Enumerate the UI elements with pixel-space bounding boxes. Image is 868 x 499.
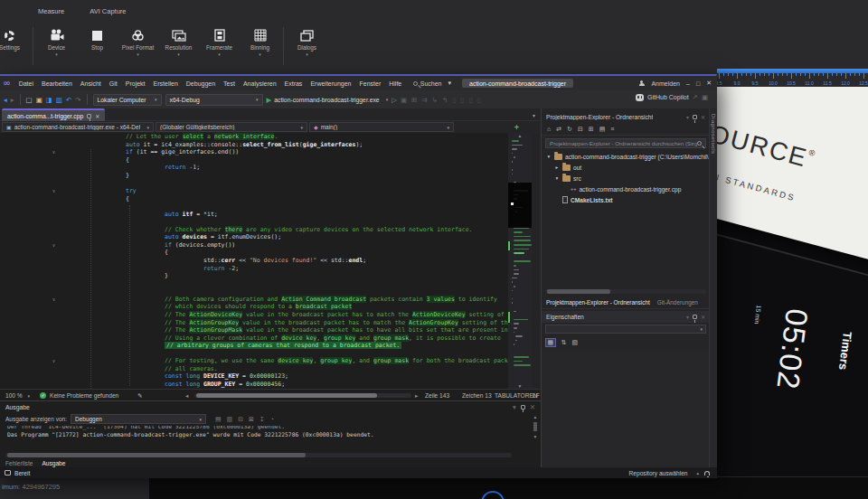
tree-item-out[interactable]: ▸out xyxy=(542,162,710,173)
fold-collapse-icon[interactable]: ∨ xyxy=(52,148,55,156)
document-tab[interactable]: action-comma...t-trigger.cpp ✕ xyxy=(2,108,105,121)
chevron-right-icon[interactable]: ▸ xyxy=(554,165,560,170)
scroll-down-icon[interactable]: ▾ xyxy=(534,434,537,439)
close-tab-icon[interactable]: ✕ xyxy=(95,113,99,119)
output-vertical-scrollbar[interactable]: ▴ ▾ xyxy=(532,414,539,450)
output-tool-icon[interactable]: ⊟ xyxy=(238,416,243,423)
minimize-button[interactable]: – xyxy=(686,80,690,87)
nav-project-combo[interactable]: ▣ action-command-broadcast-trigger.exe -… xyxy=(2,122,154,132)
redo-icon[interactable]: ↷ xyxy=(75,96,80,104)
chevron-down-icon[interactable]: ▾ xyxy=(546,154,552,159)
minimap-viewport[interactable] xyxy=(508,183,532,228)
cursor-column-indicator[interactable]: Zeichen 13 xyxy=(462,392,492,399)
vs-search-box[interactable]: Suchen ▾ xyxy=(413,80,451,87)
capture-menu-measure[interactable]: Measure xyxy=(38,7,64,15)
fold-collapse-icon[interactable]: ∨ xyxy=(52,241,55,250)
capture-settings-button[interactable]: Settings xyxy=(0,25,30,51)
eol-indicator[interactable]: LF xyxy=(533,392,540,399)
tree-item-cmakelists-txt[interactable]: CMakeLists.txt xyxy=(542,194,710,205)
chevron-down-icon[interactable]: ▾ xyxy=(686,114,689,120)
solution-explorer-header[interactable]: Projektmappen-Explorer - Ordneransicht ▾… xyxy=(542,111,710,123)
close-button[interactable]: ✕ xyxy=(706,80,712,87)
properties-tool-icon[interactable]: ▧ xyxy=(572,339,579,346)
menu-fenster[interactable]: Fenster xyxy=(355,80,385,87)
horizontal-scrollbar[interactable] xyxy=(194,393,411,398)
debug-tool-icon[interactable]: ▣ xyxy=(401,96,407,104)
share-icon[interactable]: ↗ xyxy=(693,93,698,101)
explorer-tool-icon[interactable]: ≡ xyxy=(610,126,614,132)
nav-member-combo[interactable]: ◆ main() ▾ xyxy=(309,122,454,132)
chevron-down-icon[interactable]: ▾ xyxy=(513,403,516,411)
code-editor[interactable]: // Let the user select a network interfa… xyxy=(0,133,541,389)
menu-debuggen[interactable]: Debuggen xyxy=(182,80,219,87)
explorer-tool-icon[interactable]: ⇄ xyxy=(556,126,561,133)
build-config-combo[interactable]: x64-Debug ▾ xyxy=(165,94,263,106)
output-horizontal-scrollbar[interactable] xyxy=(5,453,512,457)
capture-pixel-format-button[interactable]: Pixel Format▾ xyxy=(118,25,158,56)
new-file-icon[interactable]: ▢ xyxy=(26,96,33,104)
output-log[interactable]: Der Thread 'IC4-Device_...' (17304) hat … xyxy=(0,426,524,451)
undo-icon[interactable]: ↶ xyxy=(66,96,71,104)
scroll-up-icon[interactable]: ▴ xyxy=(508,133,532,138)
capture-device-button[interactable]: Device▾ xyxy=(36,25,77,56)
capture-dialogs-button[interactable]: Dialogs▾ xyxy=(287,25,327,56)
menu-analysieren[interactable]: Analysieren xyxy=(239,80,280,87)
output-tool-icon[interactable]: ◔ xyxy=(270,416,274,423)
indent-mode-indicator[interactable]: TABULATOREN xyxy=(495,392,538,399)
maximize-button[interactable]: □ xyxy=(696,80,700,87)
zoom-select[interactable]: 100 % ▾ xyxy=(5,392,30,399)
fold-collapse-icon[interactable]: ∨ xyxy=(52,357,55,365)
fold-collapse-icon[interactable]: ∨ xyxy=(52,187,55,195)
debug-tool-icon[interactable]: ⊞ xyxy=(411,96,417,104)
editor-scrollbar[interactable] xyxy=(532,133,541,389)
explorer-tool-icon[interactable]: ↻ xyxy=(567,126,572,133)
output-tool-icon[interactable]: ↧ xyxy=(259,416,265,423)
scroll-up-icon[interactable]: ▴ xyxy=(534,414,537,419)
explorer-tool-icon[interactable]: ⊟ xyxy=(578,126,583,133)
debug-target-combo[interactable]: Lokaler Computer ▾ xyxy=(93,94,162,106)
output-tool-icon[interactable]: ▥ xyxy=(227,416,233,423)
tab-list-chevron-icon[interactable]: ▾ xyxy=(533,112,535,118)
vs-titlebar[interactable]: ∞ DateiBearbeitenAnsichtGitProjektErstel… xyxy=(0,76,717,90)
github-copilot-button[interactable]: GitHub Copilot ↗ ▣ xyxy=(636,93,708,101)
navigate-forward-icon[interactable]: ▸ xyxy=(11,96,14,104)
explorer-tab-projektmappen-expl[interactable]: Projektmappen-Explorer - Ordneransicht xyxy=(546,299,650,306)
sign-in-button[interactable]: Anmelden xyxy=(651,80,680,87)
properties-object-combo[interactable]: ▾ xyxy=(545,325,706,334)
scrollbar-thumb[interactable] xyxy=(533,422,537,431)
scroll-left-icon[interactable]: ◂ xyxy=(185,392,188,400)
open-folder-icon[interactable]: ▣ xyxy=(36,96,42,104)
pin-icon[interactable] xyxy=(693,115,697,119)
debug-tool-icon[interactable]: ▯ xyxy=(477,96,481,104)
debug-tool-icon[interactable]: ▯ xyxy=(469,96,473,104)
panel-tab-fehlerliste[interactable]: Fehlerliste xyxy=(5,460,33,466)
properties-header[interactable]: Eigenschaften ▾ ✕ xyxy=(542,311,710,323)
solution-explorer-search[interactable]: Projektmappen-Explorer - Ordneransicht d… xyxy=(545,138,706,148)
navigate-back-icon[interactable]: ◂ xyxy=(4,96,7,104)
editor-minimap[interactable]: ▴ ▾ xyxy=(508,133,532,389)
explorer-horizontal-scrollbar[interactable] xyxy=(545,289,706,294)
scrollbar-thumb[interactable] xyxy=(196,393,377,398)
notifications-bell-icon[interactable] xyxy=(704,471,710,475)
save-all-icon[interactable]: ▥ xyxy=(56,96,62,104)
fold-collapse-icon[interactable]: ∨ xyxy=(52,296,55,304)
problems-check-icon[interactable]: ✓ xyxy=(40,392,46,399)
debug-tool-icon[interactable]: ▯ xyxy=(460,96,464,104)
menu-erstellen[interactable]: Erstellen xyxy=(149,80,182,87)
menu-git[interactable]: Git xyxy=(105,80,121,87)
pin-icon[interactable] xyxy=(521,405,525,410)
output-tool-icon[interactable]: ▤ xyxy=(215,416,222,423)
select-repository-button[interactable]: Repository auswählen xyxy=(629,470,688,476)
nav-scope-combo[interactable]: (Globaler Gültigkeitsbereich) ▾ xyxy=(156,122,307,132)
panel-tab-ausgabe[interactable]: Ausgabe xyxy=(42,460,65,466)
run-without-debug-icon[interactable]: ▷ xyxy=(392,96,397,104)
close-icon[interactable]: ✕ xyxy=(530,403,535,411)
close-icon[interactable]: ✕ xyxy=(701,114,705,120)
close-icon[interactable]: ✕ xyxy=(701,314,705,320)
debug-tool-icon[interactable]: ⇉ xyxy=(421,96,427,104)
pin-icon[interactable] xyxy=(693,315,697,319)
menu-erweiterungen[interactable]: Erweiterungen xyxy=(307,80,355,87)
explorer-tab-git-nderungen[interactable]: Git-Änderungen xyxy=(657,299,698,306)
capture-resolution-button[interactable]: Resolution▾ xyxy=(158,25,199,56)
menu-datei[interactable]: Datei xyxy=(14,80,37,87)
